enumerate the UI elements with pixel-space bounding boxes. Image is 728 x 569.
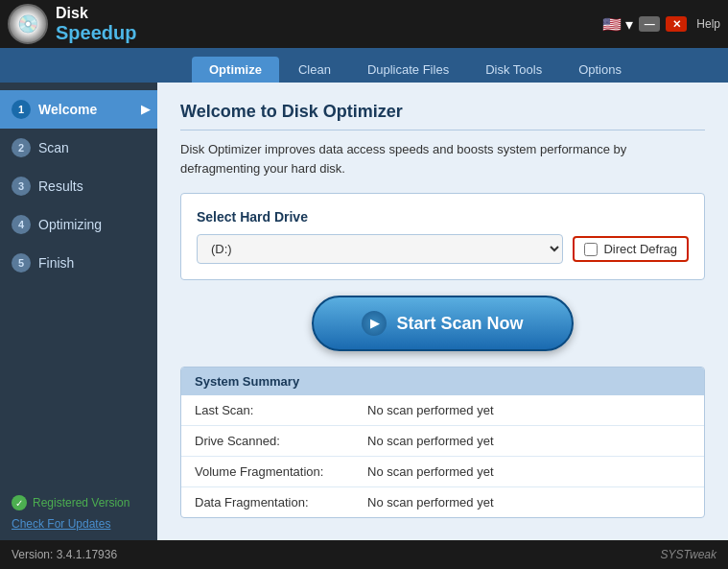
play-icon: ▶ — [362, 311, 387, 336]
direct-defrag-label[interactable]: Direct Defrag — [603, 242, 677, 256]
window-controls-area: 🇺🇸 ▾ — ✕ Help — [602, 15, 720, 34]
title-bar: 💿 Disk Speedup 🇺🇸 ▾ — ✕ Help — [0, 0, 728, 48]
registered-label: Registered Version — [33, 496, 129, 510]
start-scan-label: Start Scan Now — [396, 314, 523, 334]
sidebar-item-welcome[interactable]: 1 Welcome ▶ — [0, 90, 157, 129]
logo-speedup: Speedup — [56, 22, 136, 43]
registered-icon: ✓ — [12, 495, 27, 510]
logo: 💿 Disk Speedup — [8, 4, 136, 44]
tab-disk-tools[interactable]: Disk Tools — [468, 57, 559, 83]
content-area: Welcome to Disk Optimizer Disk Optimizer… — [157, 83, 728, 540]
sidebar-item-optimizing[interactable]: 4 Optimizing — [0, 205, 157, 244]
minimize-button[interactable]: — — [639, 16, 660, 32]
summary-val-volume-frag: No scan performed yet — [367, 464, 494, 479]
drive-section-label: Select Hard Drive — [197, 209, 689, 225]
step-1-num: 1 — [12, 100, 31, 119]
tab-duplicate-files[interactable]: Duplicate Files — [350, 57, 466, 83]
drive-section: Select Hard Drive (D:) (C:) (E:) Direct … — [180, 193, 705, 280]
registered-row: ✓ Registered Version — [12, 495, 146, 510]
sidebar-item-results-label: Results — [38, 178, 83, 194]
sidebar-bottom: ✓ Registered Version Check For Updates — [0, 486, 157, 540]
sidebar-item-welcome-label: Welcome — [38, 102, 97, 117]
scan-button-area: ▶ Start Scan Now — [180, 296, 705, 351]
brand-logo: SYSTweak — [661, 548, 716, 561]
summary-header: System Summary — [181, 367, 704, 395]
summary-key-drive-scanned: Drive Scanned: — [195, 434, 367, 448]
help-label: Help — [696, 17, 720, 31]
sidebar-item-optimizing-label: Optimizing — [38, 217, 102, 232]
close-button[interactable]: ✕ — [666, 16, 687, 32]
nav-tabs: Optimize Clean Duplicate Files Disk Tool… — [0, 48, 728, 83]
sidebar-item-scan[interactable]: 2 Scan — [0, 129, 157, 167]
sidebar: 1 Welcome ▶ 2 Scan 3 Results 4 Optimizin… — [0, 83, 157, 540]
content-title: Welcome to Disk Optimizer — [180, 102, 705, 130]
tab-optimize[interactable]: Optimize — [192, 57, 279, 83]
language-button[interactable]: 🇺🇸 ▾ — [602, 15, 633, 34]
summary-row-drive-scanned: Drive Scanned: No scan performed yet — [181, 426, 704, 457]
status-bar: Version: 3.4.1.17936 SYSTweak — [0, 540, 728, 569]
sidebar-item-scan-label: Scan — [38, 140, 69, 155]
step-5-num: 5 — [12, 253, 31, 273]
summary-row-last-scan: Last Scan: No scan performed yet — [181, 395, 704, 426]
summary-key-last-scan: Last Scan: — [195, 403, 367, 417]
drive-select[interactable]: (D:) (C:) (E:) — [197, 234, 563, 264]
summary-section: System Summary Last Scan: No scan perfor… — [180, 367, 705, 518]
app-name: Disk Speedup — [56, 5, 136, 43]
start-scan-button[interactable]: ▶ Start Scan Now — [312, 296, 573, 351]
sidebar-item-results[interactable]: 3 Results — [0, 167, 157, 205]
summary-row-volume-frag: Volume Fragmentation: No scan performed … — [181, 457, 704, 487]
step-3-num: 3 — [12, 177, 31, 196]
direct-defrag-box: Direct Defrag — [573, 236, 689, 262]
content-description: Disk Optimizer improves data access spee… — [180, 140, 705, 178]
tab-clean[interactable]: Clean — [281, 57, 348, 83]
direct-defrag-checkbox[interactable] — [584, 243, 598, 256]
tab-options[interactable]: Options — [561, 57, 639, 83]
summary-val-data-frag: No scan performed yet — [367, 495, 494, 510]
version-label: Version: 3.4.1.17936 — [12, 548, 117, 561]
step-2-num: 2 — [12, 138, 31, 157]
main-layout: 1 Welcome ▶ 2 Scan 3 Results 4 Optimizin… — [0, 83, 728, 540]
arrow-icon: ▶ — [141, 103, 150, 116]
sidebar-item-finish-label: Finish — [38, 255, 74, 271]
step-4-num: 4 — [12, 215, 31, 234]
summary-row-data-frag: Data Fragmentation: No scan performed ye… — [181, 487, 704, 517]
app-icon: 💿 — [8, 4, 48, 44]
summary-val-drive-scanned: No scan performed yet — [367, 434, 494, 448]
logo-disk: Disk — [56, 5, 136, 22]
check-updates-link[interactable]: Check For Updates — [12, 517, 110, 531]
summary-key-volume-frag: Volume Fragmentation: — [195, 464, 367, 479]
summary-val-last-scan: No scan performed yet — [367, 403, 494, 417]
summary-key-data-frag: Data Fragmentation: — [195, 495, 367, 510]
drive-row: (D:) (C:) (E:) Direct Defrag — [197, 234, 689, 264]
sidebar-item-finish[interactable]: 5 Finish — [0, 244, 157, 282]
